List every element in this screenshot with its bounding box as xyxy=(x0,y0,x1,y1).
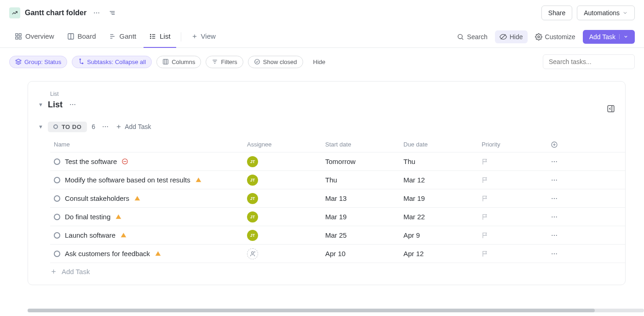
add-task-button[interactable]: Add Task xyxy=(583,30,635,44)
assignee-avatar[interactable]: JT xyxy=(247,193,258,204)
task-name-cell[interactable]: Modify the software based on test result… xyxy=(50,176,243,184)
assignee-cell[interactable]: JT xyxy=(243,156,322,167)
assignee-avatar[interactable]: JT xyxy=(247,230,258,241)
collapse-tree-icon[interactable] xyxy=(107,7,118,18)
start-date-cell[interactable]: Mar 13 xyxy=(322,194,400,202)
due-date-cell[interactable]: Mar 22 xyxy=(400,213,478,221)
priority-cell[interactable] xyxy=(478,195,547,202)
task-name-cell[interactable]: Consult stakeholders xyxy=(50,194,243,202)
assignee-cell[interactable]: JT xyxy=(243,230,322,241)
row-more-button[interactable] xyxy=(547,195,575,202)
chip-subtasks[interactable]: Subtasks: Collapse all xyxy=(72,56,152,68)
due-date-cell[interactable]: Apr 9 xyxy=(400,231,478,239)
status-circle-icon[interactable] xyxy=(54,177,60,183)
col-priority[interactable]: Priority xyxy=(478,141,547,148)
panel-collapse-icon[interactable] xyxy=(607,105,615,113)
add-task-row[interactable]: Add Task xyxy=(28,263,625,275)
search-button[interactable]: Search xyxy=(452,30,492,43)
priority-cell[interactable] xyxy=(478,176,547,184)
task-name-cell[interactable]: Ask customers for feedback xyxy=(50,250,243,257)
assignee-empty[interactable] xyxy=(247,248,258,259)
status-circle-icon[interactable] xyxy=(54,251,60,257)
tab-gantt[interactable]: Gantt xyxy=(104,26,142,48)
customize-button[interactable]: Customize xyxy=(530,30,580,43)
breadcrumb[interactable]: List xyxy=(50,91,625,97)
group-count: 6 xyxy=(92,123,95,130)
start-date-cell[interactable]: Mar 19 xyxy=(322,213,400,221)
status-circle-icon[interactable] xyxy=(54,195,60,202)
tab-list[interactable]: List xyxy=(144,26,176,48)
table-row[interactable]: Test the software JT Tomorrow Thu xyxy=(50,152,625,171)
status-circle-icon[interactable] xyxy=(54,232,60,239)
list-more-icon[interactable] xyxy=(67,99,78,110)
search-tasks-input[interactable] xyxy=(543,54,635,69)
scrollbar-thumb[interactable] xyxy=(28,309,595,312)
tab-board[interactable]: Board xyxy=(62,26,102,48)
status-circle-icon[interactable] xyxy=(54,158,60,165)
table-row[interactable]: Consult stakeholders JT Mar 13 Mar 19 xyxy=(50,189,625,208)
start-date-cell[interactable]: Mar 25 xyxy=(322,231,400,239)
svg-rect-9 xyxy=(16,37,18,39)
chip-columns[interactable]: Columns xyxy=(156,56,201,68)
due-date-cell[interactable]: Thu xyxy=(400,158,478,165)
priority-cell[interactable] xyxy=(478,158,547,165)
group-more-icon[interactable] xyxy=(100,121,111,132)
tab-add-view-label: View xyxy=(201,32,216,40)
priority-cell[interactable] xyxy=(478,250,547,257)
horizontal-scrollbar[interactable] xyxy=(28,309,644,312)
list-title[interactable]: List xyxy=(48,100,63,110)
start-date-cell[interactable]: Thu xyxy=(322,176,400,184)
assignee-cell[interactable]: JT xyxy=(243,193,322,204)
priority-cell[interactable] xyxy=(478,213,547,221)
automations-button[interactable]: Automations xyxy=(577,6,635,20)
task-name-cell[interactable]: Do final testing xyxy=(50,213,243,221)
col-assignee[interactable]: Assignee xyxy=(243,141,322,148)
add-task-chevron[interactable] xyxy=(619,34,628,39)
col-name[interactable]: Name xyxy=(50,141,243,148)
chip-show-closed[interactable]: Show closed xyxy=(248,56,303,68)
priority-cell[interactable] xyxy=(478,232,547,239)
group-header: ▼ TO DO 6 Add Task xyxy=(38,121,625,132)
row-more-button[interactable] xyxy=(547,176,575,184)
chip-group[interactable]: Group: Status xyxy=(9,56,67,68)
share-button[interactable]: Share xyxy=(541,6,572,20)
row-more-button[interactable] xyxy=(547,250,575,257)
col-due[interactable]: Due date xyxy=(400,141,478,148)
due-date-cell[interactable]: Mar 19 xyxy=(400,194,478,202)
list-panel: List ▼ List ▼ TO DO 6 Add Task Name Assi… xyxy=(28,81,626,285)
due-date-cell[interactable]: Apr 12 xyxy=(400,250,478,257)
assignee-cell[interactable]: JT xyxy=(243,175,322,186)
status-circle-icon[interactable] xyxy=(54,214,60,220)
start-date-cell[interactable]: Tomorrow xyxy=(322,158,400,165)
assignee-cell[interactable]: JT xyxy=(243,211,322,222)
group-add-task[interactable]: Add Task xyxy=(115,123,151,130)
folder-more-icon[interactable] xyxy=(91,7,102,18)
table-row[interactable]: Modify the software based on test result… xyxy=(50,171,625,189)
tab-add-view[interactable]: View xyxy=(186,26,221,48)
assignee-avatar[interactable]: JT xyxy=(247,156,258,167)
hide-button[interactable]: Hide xyxy=(495,30,528,43)
table-row[interactable]: Ask customers for feedback Apr 10 Apr 12 xyxy=(50,245,625,263)
assignee-cell[interactable] xyxy=(243,248,322,259)
task-name-cell[interactable]: Launch software xyxy=(50,231,243,239)
row-more-button[interactable] xyxy=(547,232,575,239)
row-more-button[interactable] xyxy=(547,213,575,221)
row-more-button[interactable] xyxy=(547,158,575,165)
hide-label: Hide xyxy=(510,33,523,41)
table-row[interactable]: Launch software JT Mar 25 Apr 9 xyxy=(50,226,625,245)
start-date-cell[interactable]: Apr 10 xyxy=(322,250,400,257)
task-name-cell[interactable]: Test the software xyxy=(50,158,243,165)
due-date-cell[interactable]: Mar 12 xyxy=(400,176,478,184)
chip-hide[interactable]: Hide xyxy=(308,56,331,68)
table-row[interactable]: Do final testing JT Mar 19 Mar 22 xyxy=(50,208,625,226)
list-collapse-caret[interactable]: ▼ xyxy=(38,102,43,107)
assignee-avatar[interactable]: JT xyxy=(247,175,258,186)
tab-overview[interactable]: Overview xyxy=(9,26,60,48)
add-column-button[interactable] xyxy=(547,141,575,148)
folder-title[interactable]: Gantt chart folder xyxy=(25,9,86,17)
col-start[interactable]: Start date xyxy=(322,141,400,148)
chip-filters[interactable]: Filters xyxy=(206,56,243,68)
assignee-avatar[interactable]: JT xyxy=(247,211,258,222)
group-collapse-caret[interactable]: ▼ xyxy=(38,124,43,129)
status-pill[interactable]: TO DO xyxy=(48,122,87,132)
